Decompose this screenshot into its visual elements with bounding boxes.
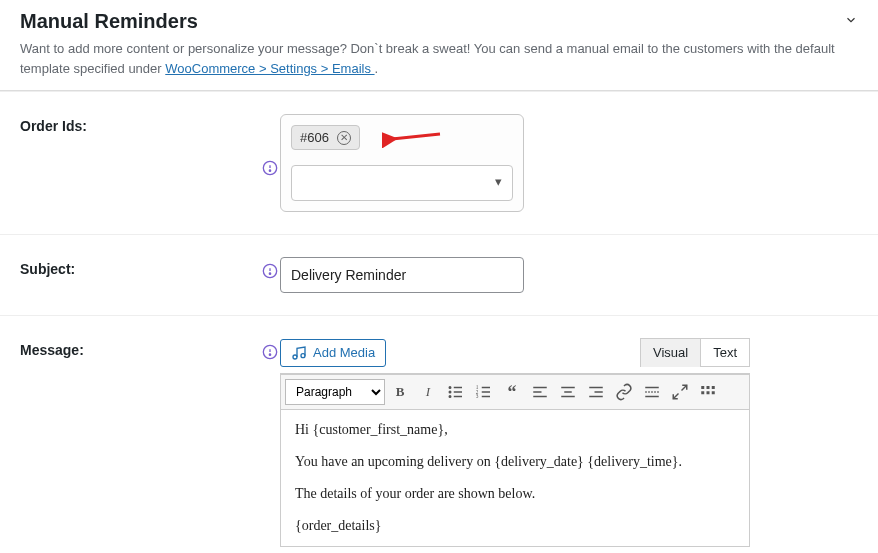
toolbar-toggle-button[interactable] bbox=[695, 379, 721, 405]
editor-container: Paragraph B I 123 “ Hi {customer_first_n… bbox=[280, 373, 750, 547]
italic-button[interactable]: I bbox=[415, 379, 441, 405]
section-description: Want to add more content or personalize … bbox=[20, 39, 858, 78]
add-media-button[interactable]: Add Media bbox=[280, 339, 386, 367]
read-more-button[interactable] bbox=[639, 379, 665, 405]
svg-point-16 bbox=[449, 396, 451, 398]
svg-rect-38 bbox=[701, 386, 704, 389]
order-id-select[interactable] bbox=[291, 165, 513, 201]
svg-rect-40 bbox=[712, 386, 715, 389]
chevron-down-icon[interactable] bbox=[844, 13, 858, 30]
svg-line-36 bbox=[682, 385, 687, 390]
help-icon[interactable] bbox=[260, 257, 280, 293]
editor-body[interactable]: Hi {customer_first_name}, You have an up… bbox=[281, 410, 749, 546]
svg-point-10 bbox=[293, 355, 297, 359]
message-line: You have an upcoming delivery on {delive… bbox=[295, 454, 735, 470]
tab-visual[interactable]: Visual bbox=[640, 338, 701, 367]
svg-point-2 bbox=[269, 170, 270, 171]
order-tag-label: #606 bbox=[300, 130, 329, 145]
message-row: Message: Add Media Visual Text Paragraph… bbox=[0, 315, 878, 553]
format-select[interactable]: Paragraph bbox=[285, 379, 385, 405]
order-ids-field[interactable]: #606 ✕ bbox=[280, 114, 524, 212]
svg-line-37 bbox=[673, 394, 678, 399]
help-icon[interactable] bbox=[260, 114, 280, 212]
svg-rect-41 bbox=[701, 391, 704, 394]
help-icon[interactable] bbox=[260, 338, 280, 547]
message-line: Hi {customer_first_name}, bbox=[295, 422, 735, 438]
order-ids-row: Order Ids: #606 ✕ bbox=[0, 91, 878, 234]
editor-tabs: Visual Text bbox=[641, 338, 750, 367]
blockquote-button[interactable]: “ bbox=[499, 379, 525, 405]
subject-input[interactable] bbox=[280, 257, 524, 293]
bullet-list-button[interactable] bbox=[443, 379, 469, 405]
message-line: {order_details} bbox=[295, 518, 735, 534]
bold-button[interactable]: B bbox=[387, 379, 413, 405]
fullscreen-button[interactable] bbox=[667, 379, 693, 405]
svg-rect-39 bbox=[707, 386, 710, 389]
svg-rect-42 bbox=[707, 391, 710, 394]
section-header: Manual Reminders Want to add more conten… bbox=[0, 0, 878, 90]
svg-point-6 bbox=[269, 273, 270, 274]
svg-point-12 bbox=[449, 387, 451, 389]
svg-text:3: 3 bbox=[476, 393, 479, 399]
message-line: The details of your order are shown belo… bbox=[295, 486, 735, 502]
subject-row: Subject: bbox=[0, 234, 878, 315]
align-right-button[interactable] bbox=[583, 379, 609, 405]
music-note-icon bbox=[291, 345, 307, 361]
svg-rect-43 bbox=[712, 391, 715, 394]
order-ids-label: Order Ids: bbox=[20, 114, 260, 212]
svg-point-11 bbox=[301, 353, 305, 357]
svg-line-3 bbox=[392, 134, 440, 139]
align-left-button[interactable] bbox=[527, 379, 553, 405]
message-label: Message: bbox=[20, 338, 260, 547]
tab-text[interactable]: Text bbox=[700, 338, 750, 367]
section-title: Manual Reminders bbox=[20, 10, 198, 33]
editor-toolbar: Paragraph B I 123 “ bbox=[281, 374, 749, 410]
settings-emails-link[interactable]: WooCommerce > Settings > Emails bbox=[165, 61, 374, 76]
order-tag: #606 ✕ bbox=[291, 125, 360, 150]
align-center-button[interactable] bbox=[555, 379, 581, 405]
svg-point-14 bbox=[449, 391, 451, 393]
arrow-annotation bbox=[382, 126, 442, 151]
add-media-label: Add Media bbox=[313, 345, 375, 360]
link-button[interactable] bbox=[611, 379, 637, 405]
svg-point-9 bbox=[269, 354, 270, 355]
numbered-list-button[interactable]: 123 bbox=[471, 379, 497, 405]
remove-tag-icon[interactable]: ✕ bbox=[337, 131, 351, 145]
subject-label: Subject: bbox=[20, 257, 260, 293]
